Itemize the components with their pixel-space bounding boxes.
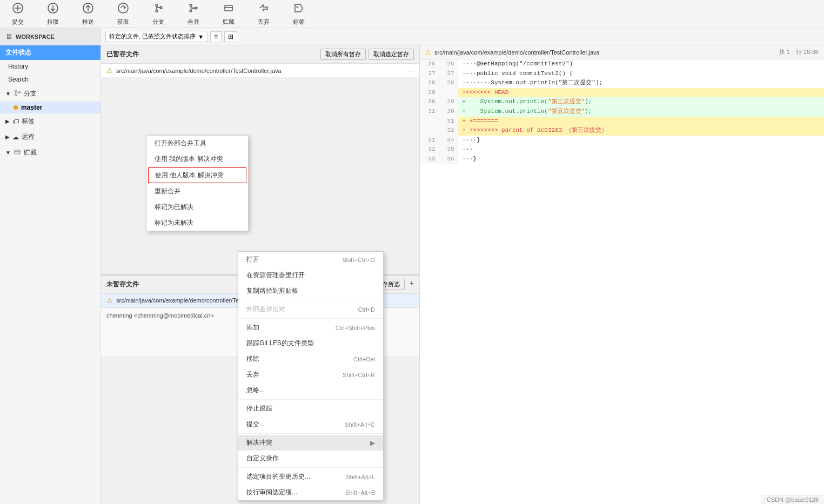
sidebar: 🖥 WORKSPACE 文件状态 History Search ▼ 分支 mas… [0, 28, 101, 504]
grid-icon: ⊞ [228, 33, 233, 41]
branch-group-label: 分支 [24, 89, 37, 98]
remote-group-label: 远程 [22, 132, 35, 142]
toolbar-push[interactable]: 推送 [76, 0, 100, 28]
main-container: 🖥 WORKSPACE 文件状态 History Search ▼ 分支 mas… [0, 28, 824, 504]
stash-icon [223, 2, 235, 17]
diff-header: ⚠ src/main/java/com/example/demo/control… [420, 45, 824, 59]
toolbar-tag-label: 标签 [293, 18, 305, 26]
grid-view-btn[interactable]: ⊞ [224, 31, 237, 42]
diff-line-num-left [420, 126, 439, 136]
tags-group-icon: 🏷 [12, 118, 19, 125]
monitor-icon: 🖥 [5, 32, 12, 41]
dropdown-arrow-icon: ▼ [198, 33, 204, 40]
svg-marker-17 [295, 4, 303, 12]
toolbar-pull[interactable]: 拉取 [41, 0, 65, 28]
unstaged-section: 未暂存文件 暂存所有 暂存所选 + ⚠ src/main/java/com/ex… [101, 275, 419, 505]
diff-code-cell: ····@GetMapping("/commitTest2") [458, 59, 824, 69]
diff-line-num-left: 27 [420, 69, 439, 79]
diff-table-row: 3336···} [420, 154, 824, 164]
toolbar-push-label: 推送 [82, 18, 94, 26]
chevron-right-icon: ▶ [5, 118, 10, 124]
staged-header: 已暂存文件 取消所有暂存 取消选定暂存 [101, 45, 419, 64]
diff-line-num-left: 30 [420, 97, 439, 107]
collapse-btn[interactable]: — [407, 67, 414, 75]
unstaged-warning-icon: ⚠ [106, 297, 113, 305]
diff-line-num-right: 30 [439, 107, 458, 117]
diff-table-row: 3029+ System.out.println("第三次提交"); [420, 97, 824, 107]
toolbar: 提交 拉取 推送 获取 分支 合并 贮藏 [0, 0, 824, 28]
sidebar-item-search[interactable]: Search [0, 73, 101, 86]
staged-file-item[interactable]: ⚠ src/main/java/com/example/demo/control… [101, 64, 419, 77]
diff-table-row: 3130+ System.out.println("第五次提交"); [420, 107, 824, 117]
diff-code-cell: ····} [458, 136, 824, 145]
diff-range: 块 1：行 26-36 [779, 48, 819, 56]
sidebar-group-remote[interactable]: ▶ ☁ 远程 [0, 129, 101, 145]
diff-code-cell: + +======= [458, 117, 824, 126]
branch-group-icon [14, 89, 21, 98]
toolbar-fetch[interactable]: 获取 [111, 0, 135, 28]
toolbar-branch-label: 分支 [152, 18, 164, 26]
sidebar-group-branch[interactable]: ▼ 分支 [0, 86, 101, 102]
toolbar-branch[interactable]: 分支 [146, 0, 170, 28]
diff-content[interactable]: 2626····@GetMapping("/commitTest2")2727·… [420, 59, 824, 504]
unstaged-header: 未暂存文件 暂存所有 暂存所选 + [101, 275, 419, 294]
sidebar-file-status[interactable]: 文件状态 [0, 45, 101, 60]
cancel-all-staged-btn[interactable]: 取消所有暂存 [320, 49, 366, 60]
toolbar-commit[interactable]: 提交 [5, 0, 30, 28]
toolbar-merge[interactable]: 合并 [181, 0, 205, 28]
commit-author: chenming <chenming@mobimedical.cn> [106, 312, 414, 319]
diff-line-num-right: 28 [439, 78, 458, 88]
sidebar-branch-master[interactable]: master [0, 102, 101, 113]
bottom-bar-text: CSDN @baize9128 [767, 496, 819, 503]
diff-file-title: src/main/java/com/example/demo/controlle… [434, 49, 600, 56]
commit-icon [12, 2, 24, 17]
stash-all-btn[interactable]: 暂存所有 [335, 279, 369, 290]
sort-dropdown[interactable]: 待定的文件, 已依照文件状态排序 ▼ [105, 31, 207, 42]
workspace-label: WORKSPACE [16, 33, 55, 40]
svg-point-19 [15, 90, 16, 92]
stash-selected-btn[interactable]: 暂存所选 [371, 279, 405, 290]
workspace-header: 🖥 WORKSPACE [0, 28, 101, 45]
toolbar-pull-label: 拉取 [47, 18, 59, 26]
tags-group-label: 标签 [22, 117, 35, 126]
diff-line-num-left: 32 [420, 145, 439, 154]
unstaged-title: 未暂存文件 [106, 280, 139, 289]
remote-group-icon: ☁ [12, 133, 19, 141]
staged-title: 已暂存文件 [106, 50, 139, 59]
diff-line-num-right: 32 [439, 126, 458, 136]
branch-active-dot [14, 105, 18, 110]
diff-line-num-left: 31 [420, 107, 439, 117]
diff-line-num-left: 28 [420, 78, 439, 88]
merge-icon [187, 2, 199, 17]
commit-section: chenming <chenming@mobimedical.cn> [101, 307, 419, 356]
list-view-btn[interactable]: ≡ [210, 31, 222, 42]
toolbar-merge-label: 合并 [187, 18, 199, 26]
diff-code-cell: + System.out.println("第三次提交"); [458, 97, 824, 107]
toolbar-tag[interactable]: 标签 [286, 0, 311, 28]
unstaged-file-item[interactable]: ⚠ src/main/java/com/example/demo/control… [101, 294, 419, 307]
add-unstaged-btn[interactable]: + [410, 279, 414, 290]
chevron-right-icon2: ▶ [5, 134, 10, 140]
branch-icon [152, 2, 164, 17]
toolbar-stash[interactable]: 贮藏 [216, 0, 240, 28]
cancel-selected-staged-btn[interactable]: 取消选定暂存 [369, 49, 414, 60]
sidebar-group-stash[interactable]: ▼ 贮藏 [0, 145, 101, 160]
chevron-down-icon2: ▼ [5, 150, 11, 156]
chevron-down-icon: ▼ [5, 91, 11, 97]
diff-code-cell: ········System.out.println("第二次提交"); [458, 78, 824, 88]
sidebar-item-history[interactable]: History [0, 60, 101, 73]
diff-table-row: 2828········System.out.println("第二次提交"); [420, 78, 824, 88]
diff-code-cell: + System.out.println("第五次提交"); [458, 107, 824, 117]
unstaged-buttons: 暂存所有 暂存所选 + [335, 279, 414, 290]
diff-table: 2626····@GetMapping("/commitTest2")2727·… [420, 59, 824, 164]
diff-table-row: 2626····@GetMapping("/commitTest2") [420, 59, 824, 69]
svg-point-8 [156, 4, 158, 6]
diff-table-row: 3134····} [420, 136, 824, 145]
toolbar-discard[interactable]: 丢弃 [251, 0, 276, 28]
staged-section: 已暂存文件 取消所有暂存 取消选定暂存 ⚠ src/main/java/com/… [101, 45, 419, 275]
diff-line-num-right: 35 [439, 145, 458, 154]
sidebar-group-tags[interactable]: ▶ 🏷 标签 [0, 113, 101, 129]
staged-buttons: 取消所有暂存 取消选定暂存 [320, 49, 414, 60]
diff-table-row: 31+ +======= [420, 117, 824, 126]
diff-line-num-left: 26 [420, 59, 439, 69]
